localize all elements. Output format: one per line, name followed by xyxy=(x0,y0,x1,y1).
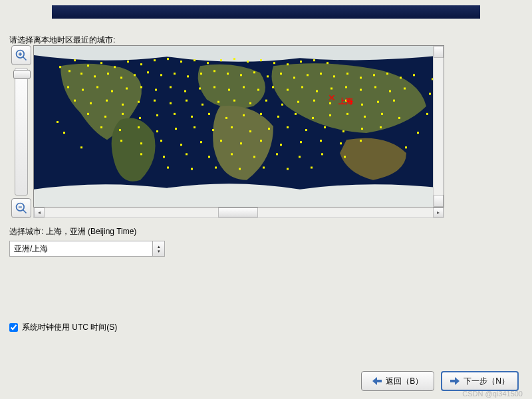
svg-rect-14 xyxy=(154,59,156,61)
svg-rect-77 xyxy=(374,86,376,88)
svg-rect-63 xyxy=(170,86,172,88)
svg-rect-66 xyxy=(213,86,215,88)
back-button-label: 返回（B） xyxy=(386,376,423,387)
svg-rect-122 xyxy=(138,126,140,128)
svg-rect-82 xyxy=(106,100,108,102)
svg-rect-72 xyxy=(301,86,303,88)
svg-rect-93 xyxy=(281,104,283,106)
svg-rect-35 xyxy=(147,71,149,73)
svg-rect-97 xyxy=(345,100,347,102)
back-button[interactable]: 返回（B） xyxy=(361,371,434,391)
map-horizontal-scrollbar[interactable]: ◂ ▸ xyxy=(33,207,444,218)
svg-rect-74 xyxy=(331,88,332,90)
svg-rect-75 xyxy=(345,86,347,88)
timezone-combobox[interactable]: 亚洲/上海 ▴▾ xyxy=(9,241,165,257)
svg-rect-121 xyxy=(119,129,121,131)
world-map-svg xyxy=(34,46,444,207)
svg-rect-70 xyxy=(272,86,274,88)
svg-rect-167 xyxy=(63,132,65,134)
scroll-thumb[interactable] xyxy=(218,207,258,217)
utc-checkbox[interactable] xyxy=(9,323,18,332)
svg-rect-85 xyxy=(154,100,156,102)
svg-rect-16 xyxy=(180,61,182,63)
svg-rect-126 xyxy=(212,129,214,131)
svg-rect-128 xyxy=(249,130,251,132)
svg-rect-114 xyxy=(312,117,314,119)
svg-rect-102 xyxy=(104,116,106,118)
svg-rect-57 xyxy=(82,89,84,91)
zoom-out-button[interactable] xyxy=(11,198,31,218)
world-map[interactable]: ✕ 上海 xyxy=(33,45,444,207)
svg-rect-123 xyxy=(156,130,158,132)
svg-rect-124 xyxy=(175,128,177,130)
svg-rect-17 xyxy=(194,59,196,61)
svg-rect-54 xyxy=(400,76,402,78)
svg-rect-95 xyxy=(313,100,315,102)
svg-rect-55 xyxy=(413,74,415,76)
svg-rect-164 xyxy=(287,168,289,170)
svg-rect-40 xyxy=(213,70,215,72)
svg-rect-11 xyxy=(114,66,116,68)
svg-rect-149 xyxy=(140,153,142,155)
svg-rect-155 xyxy=(276,153,278,155)
zoom-slider-thumb[interactable] xyxy=(13,70,31,79)
zoom-slider[interactable] xyxy=(15,68,28,196)
svg-rect-80 xyxy=(74,100,76,102)
svg-rect-140 xyxy=(200,141,202,143)
svg-rect-42 xyxy=(240,74,242,76)
next-button[interactable]: 下一步（N） xyxy=(441,371,519,391)
svg-rect-116 xyxy=(346,113,348,115)
selected-city-label: 选择城市: 上海，亚洲 (Beijing Time) xyxy=(9,226,136,237)
svg-rect-94 xyxy=(297,101,299,103)
svg-rect-112 xyxy=(277,116,279,118)
scroll-left-button[interactable]: ◂ xyxy=(34,207,45,217)
svg-rect-129 xyxy=(268,128,270,130)
map-frame: ✕ 上海 ◂ ▸ xyxy=(33,45,444,218)
zoom-in-button[interactable] xyxy=(11,45,31,65)
svg-rect-153 xyxy=(231,153,233,155)
svg-rect-133 xyxy=(342,130,344,132)
svg-rect-92 xyxy=(265,100,267,102)
svg-rect-10 xyxy=(100,62,102,64)
svg-rect-101 xyxy=(87,113,89,115)
svg-rect-78 xyxy=(389,90,391,92)
svg-rect-91 xyxy=(249,102,251,104)
svg-rect-28 xyxy=(59,66,61,68)
scroll-right-button[interactable]: ▸ xyxy=(433,207,444,217)
svg-rect-158 xyxy=(344,156,346,158)
selected-city-marker-icon: ✕ xyxy=(328,94,336,101)
svg-rect-160 xyxy=(191,168,193,170)
watermark: CSDN @qi341500 xyxy=(462,390,523,398)
svg-rect-132 xyxy=(324,126,326,128)
svg-rect-103 xyxy=(122,113,124,115)
svg-rect-58 xyxy=(96,86,98,88)
svg-rect-50 xyxy=(346,72,348,74)
svg-rect-43 xyxy=(253,71,255,73)
svg-rect-165 xyxy=(311,167,313,169)
svg-rect-100 xyxy=(393,100,395,102)
svg-rect-34 xyxy=(134,74,136,76)
svg-rect-125 xyxy=(194,126,196,128)
svg-rect-39 xyxy=(200,72,202,74)
svg-rect-141 xyxy=(220,140,222,142)
svg-rect-134 xyxy=(361,128,363,130)
map-vertical-scrollbar[interactable] xyxy=(433,46,444,207)
svg-rect-76 xyxy=(360,89,362,91)
arrow-left-icon xyxy=(372,377,382,385)
svg-rect-147 xyxy=(340,142,342,144)
svg-rect-89 xyxy=(217,101,219,103)
svg-rect-117 xyxy=(364,116,366,118)
combobox-stepper-icon[interactable]: ▴▾ xyxy=(152,241,164,256)
svg-rect-32 xyxy=(107,72,109,74)
svg-rect-59 xyxy=(111,90,113,92)
svg-rect-26 xyxy=(313,59,315,61)
timezone-combobox-value: 亚洲/上海 xyxy=(14,243,48,255)
utc-checkbox-row[interactable]: 系统时钟使用 UTC 时间(S) xyxy=(9,322,117,333)
svg-rect-29 xyxy=(68,70,70,72)
svg-rect-148 xyxy=(360,140,362,142)
svg-rect-154 xyxy=(253,156,255,158)
svg-rect-31 xyxy=(94,75,96,77)
svg-rect-87 xyxy=(186,100,188,102)
svg-rect-62 xyxy=(155,89,157,91)
svg-rect-37 xyxy=(174,72,176,74)
